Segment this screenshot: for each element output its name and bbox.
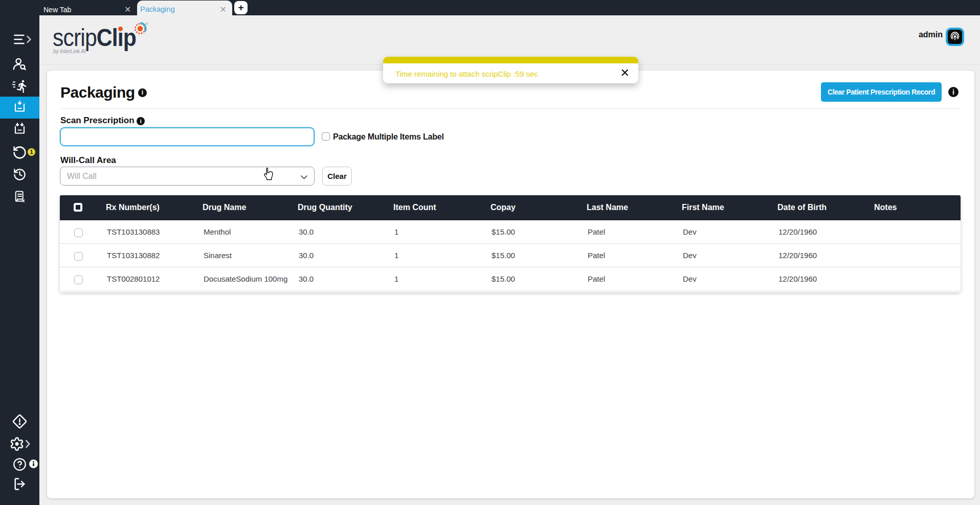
svg-text:®: ® <box>146 22 148 26</box>
